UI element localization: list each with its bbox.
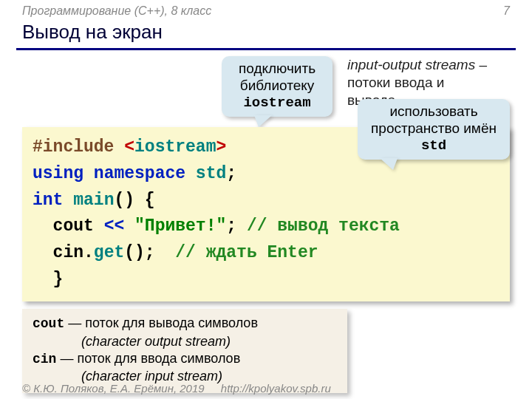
callout-include: подключить библиотеку iostream (222, 56, 332, 117)
callout-line: подключить (233, 61, 321, 78)
code-line: cin.get(); // ждать Enter (33, 240, 499, 267)
footer-url: http://kpolyakov.spb.ru (221, 382, 331, 395)
slide-footer: © К.Ю. Поляков, Е.А. Ерёмин, 2019 http:/… (22, 382, 331, 395)
slide-header: Программирование (C++), 8 класс 7 (0, 0, 532, 19)
callout-code: std (371, 137, 497, 154)
note-line: потоки ввода и (347, 74, 487, 92)
code-line: } (33, 267, 499, 293)
title-rule (16, 48, 516, 50)
code-line: int main() { (33, 188, 499, 214)
callout-line: использовать (371, 103, 497, 120)
definitions-box: cout — поток для вывода символов (charac… (22, 309, 347, 393)
slide-title: Вывод на экран (0, 19, 532, 48)
def-line: (character output stream) (33, 333, 337, 350)
callout-code: iostream (233, 95, 321, 112)
code-line: using namespace std; (33, 161, 499, 188)
callout-line: библиотеку (233, 78, 321, 95)
def-line: cout — поток для вывода символов (33, 315, 337, 332)
callout-namespace: использовать пространство имён std (358, 99, 510, 160)
def-line: cin — поток для ввода символов (33, 350, 337, 368)
note-em: input-output streams (347, 57, 475, 72)
course-label: Программирование (C++), 8 класс (22, 4, 211, 18)
code-line: cout << "Привет!"; // вывод текста (33, 214, 499, 240)
callout-line: пространство имён (371, 120, 497, 137)
page-number: 7 (503, 4, 510, 18)
copyright: © К.Ю. Поляков, Е.А. Ерёмин, 2019 (22, 382, 205, 395)
